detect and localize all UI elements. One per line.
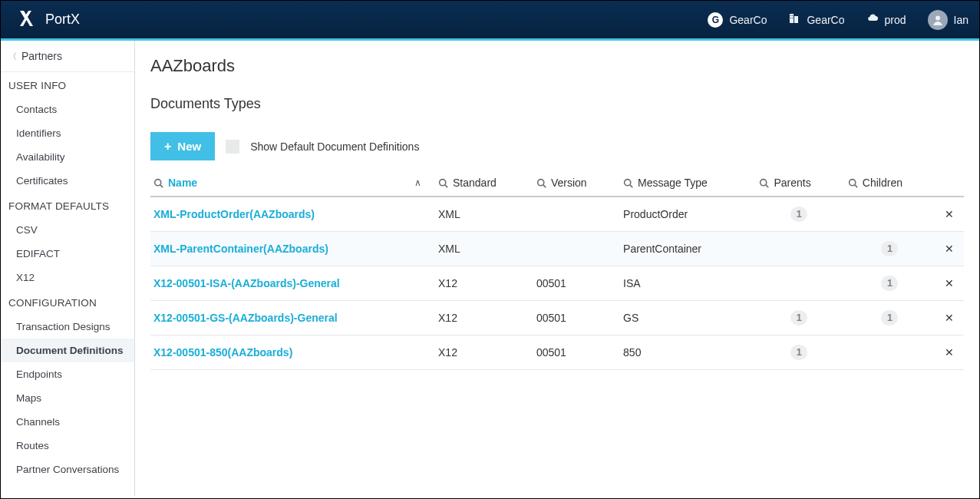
sidebar-item[interactable]: Document Definitions xyxy=(1,339,134,362)
svg-rect-5 xyxy=(792,18,793,18)
show-defaults-checkbox[interactable] xyxy=(226,140,239,154)
column-header[interactable]: Children xyxy=(845,170,938,197)
column-header[interactable]: Version xyxy=(533,170,620,197)
env-label: prod xyxy=(885,14,906,26)
row-version: 00501 xyxy=(533,266,620,301)
sidebar-item[interactable]: Endpoints xyxy=(1,362,134,386)
count-badge: 1 xyxy=(790,345,807,360)
count-badge: 1 xyxy=(881,241,898,256)
svg-point-7 xyxy=(155,179,161,185)
column-label: Name xyxy=(168,177,197,189)
row-message-type: ProductOrder xyxy=(620,197,756,232)
toolbar: + New Show Default Document Definitions xyxy=(150,132,964,160)
sidebar-section-title: USER INFO xyxy=(1,72,134,97)
user-name-label: Ian xyxy=(954,14,968,26)
sidebar-section-title: CONFIGURATION xyxy=(1,289,134,315)
search-icon xyxy=(623,178,633,188)
sidebar-back-partners[interactable]: 〈 Partners xyxy=(1,41,134,72)
column-header[interactable]: Standard xyxy=(435,170,533,197)
svg-rect-2 xyxy=(790,15,791,16)
count-badge: 1 xyxy=(881,310,898,326)
row-standard: X12 xyxy=(435,335,533,370)
main-content: AAZboards Documents Types + New Show Def… xyxy=(135,41,979,496)
column-header[interactable]: Message Type xyxy=(620,170,756,197)
new-button[interactable]: + New xyxy=(150,132,215,160)
row-name-link[interactable]: XML-ParentContainer(AAZboards) xyxy=(153,243,328,255)
svg-line-16 xyxy=(766,184,768,187)
cloud-icon xyxy=(866,12,879,27)
header-org-primary[interactable]: G GearCo xyxy=(708,12,767,28)
table-row: XML-ParentContainer(AAZboards)XMLParentC… xyxy=(150,232,964,266)
svg-point-6 xyxy=(935,15,940,20)
column-header[interactable]: Parents xyxy=(756,170,844,197)
sidebar-item[interactable]: Identifiers xyxy=(1,121,134,145)
header-org-secondary[interactable]: GearCo xyxy=(788,12,844,27)
svg-point-17 xyxy=(849,179,855,185)
svg-line-8 xyxy=(160,184,163,187)
svg-line-18 xyxy=(855,184,857,187)
row-name-link[interactable]: X12-00501-GS-(AAZboards)-General xyxy=(153,312,338,324)
svg-line-10 xyxy=(445,184,447,187)
org-name-label-2: GearCo xyxy=(807,14,844,26)
org-name-label-1: GearCo xyxy=(729,14,767,26)
avatar-icon xyxy=(928,10,948,30)
plus-icon: + xyxy=(164,140,171,153)
column-label: Children xyxy=(863,177,902,189)
org-badge-icon: G xyxy=(708,12,723,28)
row-version: 00501 xyxy=(533,301,620,335)
sidebar-item[interactable]: EDIFACT xyxy=(1,242,134,266)
sidebar-item[interactable]: X12 xyxy=(1,266,134,289)
svg-point-15 xyxy=(761,179,767,185)
sidebar-item[interactable]: Availability xyxy=(1,145,134,169)
search-icon xyxy=(759,178,769,188)
sidebar-item[interactable]: Routes xyxy=(1,434,134,458)
sidebar-item[interactable]: Partner Conversations xyxy=(1,458,134,481)
row-version xyxy=(533,197,620,232)
search-icon xyxy=(153,178,163,188)
sidebar: 〈 Partners USER INFOContactsIdentifiersA… xyxy=(1,41,135,496)
header-environment[interactable]: prod xyxy=(866,12,906,27)
row-name-link[interactable]: X12-00501-ISA-(AAZboards)-General xyxy=(153,277,340,289)
row-version xyxy=(533,232,620,266)
new-button-label: New xyxy=(177,140,201,153)
sidebar-item[interactable]: Channels xyxy=(1,410,134,434)
column-header-delete xyxy=(938,170,964,197)
row-standard: X12 xyxy=(435,266,533,301)
row-message-type: 850 xyxy=(620,335,756,370)
delete-row-button[interactable]: ✕ xyxy=(938,232,964,266)
search-icon xyxy=(536,178,546,188)
row-name-link[interactable]: XML-ProductOrder(AAZboards) xyxy=(153,208,315,220)
column-label: Standard xyxy=(453,177,497,189)
row-message-type: ISA xyxy=(620,266,756,301)
row-children xyxy=(845,335,938,370)
sidebar-item[interactable]: Transaction Designs xyxy=(1,315,134,339)
sort-asc-icon: ∧ xyxy=(414,177,429,188)
delete-row-button[interactable]: ✕ xyxy=(938,301,964,335)
delete-row-button[interactable]: ✕ xyxy=(938,335,964,370)
table-row: X12-00501-ISA-(AAZboards)-GeneralX120050… xyxy=(150,266,964,301)
header-user[interactable]: Ian xyxy=(928,10,968,30)
row-standard: X12 xyxy=(435,301,533,335)
svg-rect-3 xyxy=(792,15,793,16)
column-header[interactable]: Name∧ xyxy=(150,170,435,197)
search-icon xyxy=(438,178,448,188)
row-parents xyxy=(756,232,844,266)
delete-row-button[interactable]: ✕ xyxy=(938,197,964,232)
column-label: Message Type xyxy=(638,177,708,189)
sidebar-item[interactable]: Maps xyxy=(1,386,134,410)
column-label: Parents xyxy=(774,177,810,189)
sidebar-item[interactable]: Contacts xyxy=(1,97,134,121)
row-message-type: ParentContainer xyxy=(620,232,756,266)
count-badge: 1 xyxy=(790,207,807,222)
column-label: Version xyxy=(551,177,587,189)
table-row: XML-ProductOrder(AAZboards)XMLProductOrd… xyxy=(150,197,964,232)
row-parents: 1 xyxy=(756,335,844,370)
sidebar-item[interactable]: CSV xyxy=(1,218,134,242)
row-name-link[interactable]: X12-00501-850(AAZboards) xyxy=(153,346,292,359)
row-standard: XML xyxy=(435,232,533,266)
sidebar-item[interactable]: Certificates xyxy=(1,169,134,193)
show-defaults-label: Show Default Document Definitions xyxy=(250,140,419,153)
svg-rect-1 xyxy=(794,16,798,23)
row-version: 00501 xyxy=(533,335,620,370)
delete-row-button[interactable]: ✕ xyxy=(938,266,964,301)
